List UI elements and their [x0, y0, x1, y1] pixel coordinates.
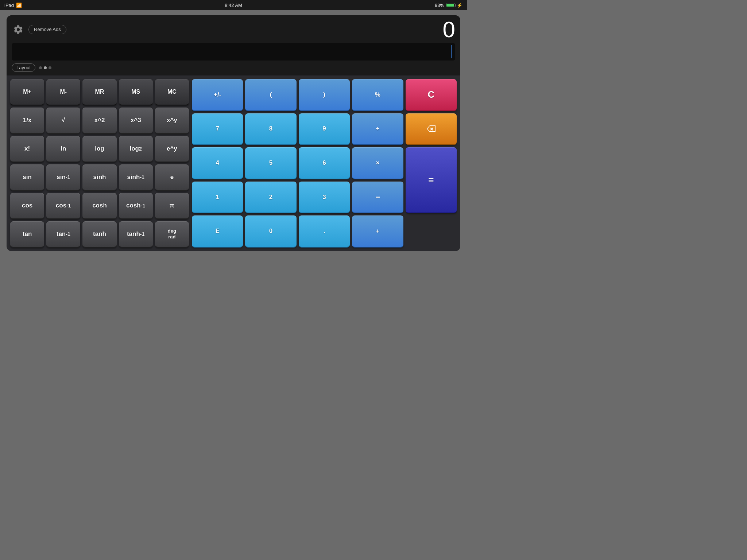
- cursor-line: [451, 45, 452, 58]
- backspace-button[interactable]: [406, 113, 457, 145]
- atan-button[interactable]: tan-1: [46, 221, 80, 248]
- ey-button[interactable]: e^y: [155, 136, 189, 162]
- two-button[interactable]: 2: [245, 182, 296, 214]
- three-button[interactable]: 3: [299, 182, 350, 214]
- log2-button[interactable]: log2: [119, 136, 153, 162]
- x2-button[interactable]: x^2: [82, 108, 116, 134]
- scientific-panel: M+ M- MR MS MC 1/x √ x^2 x^3 x^y x! ln l…: [10, 79, 189, 248]
- display-value: 0: [70, 18, 455, 41]
- close-paren-button[interactable]: ): [299, 79, 350, 111]
- status-bar: iPad 📶 8:42 AM 93% ⚡: [0, 0, 467, 10]
- charging-icon: ⚡: [457, 3, 462, 8]
- tanh-button[interactable]: tanh: [82, 221, 116, 248]
- m-plus-button[interactable]: M+: [10, 79, 44, 105]
- cos-button[interactable]: cos: [10, 193, 44, 219]
- factorial-button[interactable]: x!: [10, 136, 44, 162]
- time-display: 8:42 AM: [225, 3, 242, 8]
- zero-button[interactable]: 0: [245, 215, 296, 248]
- mr-button[interactable]: MR: [82, 79, 116, 105]
- nine-button[interactable]: 9: [299, 113, 350, 145]
- sin-button[interactable]: sin: [10, 164, 44, 191]
- numeric-panel: +/- ( ) % C 7 8 9 ÷ 4 5 6 × = 1 2 3: [192, 79, 457, 248]
- dot-1: [39, 66, 42, 69]
- open-paren-button[interactable]: (: [245, 79, 296, 111]
- sinh-button[interactable]: sinh: [82, 164, 116, 191]
- dot-3: [49, 66, 51, 69]
- page-indicator: [39, 66, 51, 69]
- wifi-icon: 📶: [16, 3, 22, 8]
- minus-button[interactable]: −: [352, 182, 403, 214]
- dot-button[interactable]: .: [299, 215, 350, 248]
- five-button[interactable]: 5: [245, 147, 296, 179]
- sqrt-button[interactable]: √: [46, 108, 80, 134]
- four-button[interactable]: 4: [192, 147, 243, 179]
- e-button[interactable]: e: [155, 164, 189, 191]
- display-area: Remove Ads 0 Layout: [7, 15, 460, 75]
- x3-button[interactable]: x^3: [119, 108, 153, 134]
- plus-minus-button[interactable]: +/-: [192, 79, 243, 111]
- dot-2: [44, 66, 47, 69]
- asinh-button[interactable]: sinh-1: [119, 164, 153, 191]
- xy-button[interactable]: x^y: [155, 108, 189, 134]
- cosh-button[interactable]: cosh: [82, 193, 116, 219]
- m-minus-button[interactable]: M-: [46, 79, 80, 105]
- pi-button[interactable]: π: [155, 193, 189, 219]
- plus-button[interactable]: +: [352, 215, 403, 248]
- clear-button[interactable]: C: [406, 79, 457, 111]
- battery-percent: 93%: [435, 3, 444, 8]
- calculator: Remove Ads 0 Layout M+ M- MR MS MC 1/x: [7, 15, 460, 251]
- history-display: [12, 43, 455, 61]
- atanh-button[interactable]: tanh-1: [119, 221, 153, 248]
- ln-button[interactable]: ln: [46, 136, 80, 162]
- log-button[interactable]: log: [82, 136, 116, 162]
- keypad: M+ M- MR MS MC 1/x √ x^2 x^3 x^y x! ln l…: [7, 75, 460, 251]
- degrad-button[interactable]: degrad: [155, 221, 189, 248]
- percent-button[interactable]: %: [352, 79, 403, 111]
- acos-button[interactable]: cos-1: [46, 193, 80, 219]
- multiply-button[interactable]: ×: [352, 147, 403, 179]
- layout-button[interactable]: Layout: [12, 63, 35, 72]
- divide-button[interactable]: ÷: [352, 113, 403, 145]
- battery-icon: [446, 3, 455, 7]
- inverse-button[interactable]: 1/x: [10, 108, 44, 134]
- one-button[interactable]: 1: [192, 182, 243, 214]
- seven-button[interactable]: 7: [192, 113, 243, 145]
- six-button[interactable]: 6: [299, 147, 350, 179]
- mc-button[interactable]: MC: [155, 79, 189, 105]
- settings-button[interactable]: [12, 23, 25, 36]
- asin-button[interactable]: sin-1: [46, 164, 80, 191]
- device-label: iPad: [4, 3, 14, 8]
- remove-ads-button[interactable]: Remove Ads: [28, 25, 66, 35]
- exp-button[interactable]: E: [192, 215, 243, 248]
- eight-button[interactable]: 8: [245, 113, 296, 145]
- tan-button[interactable]: tan: [10, 221, 44, 248]
- acosh-button[interactable]: cosh-1: [119, 193, 153, 219]
- ms-button[interactable]: MS: [119, 79, 153, 105]
- equals-button[interactable]: =: [406, 147, 457, 213]
